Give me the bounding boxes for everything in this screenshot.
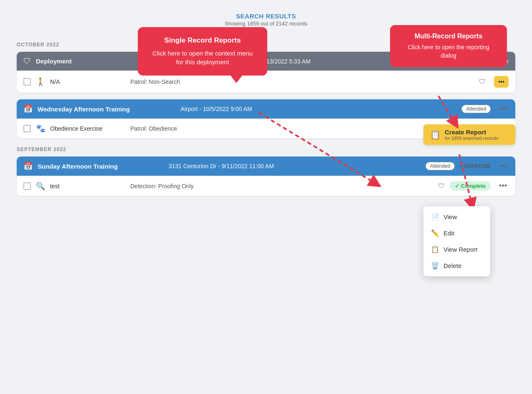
exercise-tag-sunday: + EXERCISE bbox=[460, 163, 491, 169]
exercise-search-icon: 🔍 bbox=[36, 182, 45, 191]
multi-tooltip-title: Multi-Record Reports bbox=[401, 33, 496, 40]
training-title-wednesday: Wednesday Afternoon Training bbox=[38, 106, 175, 113]
training-more-button-wednesday[interactable]: ••• bbox=[497, 105, 509, 114]
exercise-more-yellow-button[interactable]: ••• bbox=[494, 76, 509, 88]
exercise-row-na: 🚶 N/A Patrol: Non-Search 🛡 ••• bbox=[17, 71, 515, 93]
create-report-button[interactable]: 📋 Create Report for 1859 searched record… bbox=[423, 124, 515, 145]
training-header-sunday: 📅 Sunday Afternoon Training 3131 Centuri… bbox=[17, 157, 515, 176]
exercise-shield-icon: 🛡 bbox=[479, 78, 486, 86]
exercise-name-na: N/A bbox=[50, 78, 125, 85]
exercise-patrol-test: Detection: Proofing Only bbox=[130, 183, 433, 189]
single-record-tooltip: Single Record Reports Click here to open… bbox=[138, 27, 267, 76]
view-icon: 📄 bbox=[431, 213, 439, 221]
training-header-wednesday: 📅 Wednesday Afternoon Training Airport -… bbox=[17, 99, 515, 119]
context-menu-view-report[interactable]: 📋 View Report bbox=[423, 241, 490, 258]
training-location-sunday: 3131 Centurion Dr - 9/11/2022 11:00 AM bbox=[169, 163, 421, 169]
view-label: View bbox=[443, 213, 457, 220]
multi-tooltip-body: Click here to open the reporting dialog bbox=[401, 43, 496, 60]
training-location-wednesday: Airport - 10/5/2022 9:00 AM bbox=[180, 106, 456, 112]
attended-badge-sunday: Attended bbox=[426, 162, 455, 170]
multi-record-tooltip: Multi-Record Reports Click here to open … bbox=[390, 25, 507, 67]
search-results-title: SEARCH RESULTS bbox=[0, 13, 532, 20]
deployment-shield-icon: 🛡 bbox=[23, 57, 31, 66]
edit-icon: ✏️ bbox=[431, 229, 439, 237]
exercise-shield-test: 🛡 bbox=[438, 182, 445, 190]
exercise-name-obedience: Obedience Exercise bbox=[50, 125, 125, 132]
create-report-label: Create Report bbox=[445, 129, 486, 136]
context-menu-edit[interactable]: ✏️ Edit bbox=[423, 225, 490, 241]
complete-badge: Complete bbox=[450, 181, 491, 191]
training-group-sunday: 📅 Sunday Afternoon Training 3131 Centuri… bbox=[17, 157, 515, 196]
exercise-patrol-na: Patrol: Non-Search bbox=[130, 78, 474, 85]
training-calendar-icon: 📅 bbox=[23, 104, 33, 114]
view-report-label: View Report bbox=[443, 246, 477, 253]
delete-icon: 🗑️ bbox=[431, 262, 439, 270]
report-icon: 📋 bbox=[430, 130, 441, 140]
exercise-paw-icon: 🐾 bbox=[36, 124, 45, 133]
exercise-checkbox-obedience[interactable] bbox=[23, 125, 31, 132]
context-menu-view[interactable]: 📄 View bbox=[423, 209, 490, 225]
training-title-sunday: Sunday Afternoon Training bbox=[38, 163, 164, 170]
delete-label: Delete bbox=[443, 262, 461, 269]
exercise-checkbox-na[interactable] bbox=[23, 78, 31, 86]
exercise-more-dots-test[interactable]: ••• bbox=[497, 182, 509, 190]
context-menu: 📄 View ✏️ Edit 📋 View Report 🗑️ Delete bbox=[423, 206, 490, 276]
attended-badge-wednesday: Attended bbox=[461, 105, 491, 113]
single-tooltip-body: Click here to open the context menu for … bbox=[150, 49, 255, 66]
exercise-row-test: 🔍 test Detection: Proofing Only 🛡 Comple… bbox=[17, 176, 515, 196]
exercise-person-icon: 🚶 bbox=[36, 77, 45, 86]
single-tooltip-title: Single Record Reports bbox=[150, 36, 255, 45]
training-more-button-sunday[interactable]: ••• bbox=[497, 162, 509, 171]
create-report-sublabel: for 1859 searched records bbox=[445, 136, 498, 141]
training-calendar-icon-sunday: 📅 bbox=[23, 162, 33, 171]
exercise-name-test: test bbox=[50, 183, 125, 189]
context-menu-delete[interactable]: 🗑️ Delete bbox=[423, 258, 490, 274]
view-report-icon: 📋 bbox=[431, 245, 439, 253]
exercise-checkbox-test[interactable] bbox=[23, 182, 31, 190]
edit-label: Edit bbox=[443, 230, 454, 237]
section-label-september: SEPTEMBER 2022 bbox=[17, 146, 515, 152]
